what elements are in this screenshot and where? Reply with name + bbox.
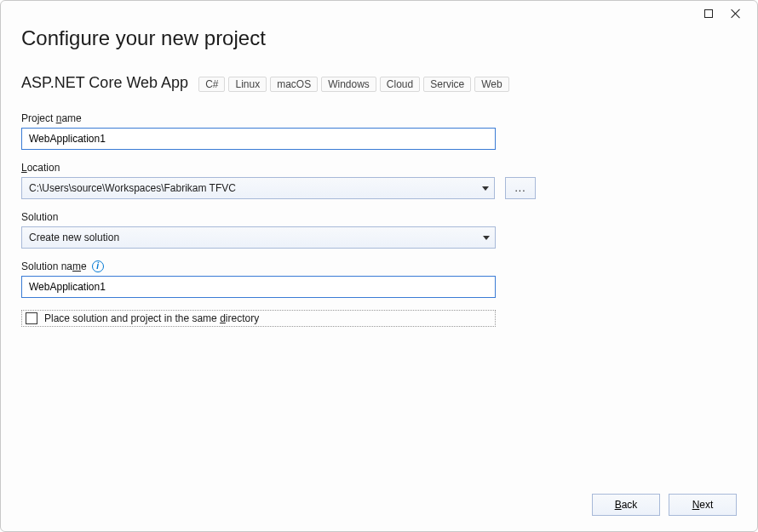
solution-label: Solution [21, 211, 496, 223]
template-name: ASP.NET Core Web App [21, 74, 188, 92]
info-icon[interactable]: i [92, 260, 104, 272]
same-directory-checkbox[interactable] [26, 312, 37, 324]
template-tag: C# [198, 77, 225, 92]
project-name-input[interactable] [21, 128, 496, 150]
solution-combo[interactable]: Create new solution [21, 226, 496, 249]
back-button[interactable]: Back [592, 494, 660, 516]
dialog-window: Configure your new project ASP.NET Core … [0, 0, 758, 532]
maximize-icon [704, 9, 713, 18]
location-value: C:\Users\source\Workspaces\Fabrikam TFVC [29, 182, 236, 194]
template-tag: macOS [270, 77, 318, 92]
location-combo[interactable]: C:\Users\source\Workspaces\Fabrikam TFVC [21, 177, 495, 199]
template-tags: C# Linux macOS Windows Cloud Service Web [198, 77, 509, 92]
maximize-button[interactable] [703, 8, 715, 20]
location-field: Location C:\Users\source\Workspaces\Fabr… [21, 162, 537, 199]
template-tag: Service [423, 77, 471, 92]
solution-name-label: Solution name i [21, 260, 496, 272]
close-icon [731, 9, 741, 19]
footer: Back Next [592, 494, 737, 516]
close-button[interactable] [730, 8, 742, 20]
titlebar [703, 1, 757, 26]
same-directory-label: Place solution and project in the same d… [44, 312, 259, 324]
chevron-down-icon [483, 236, 490, 240]
browse-button[interactable]: ... [505, 177, 536, 199]
page-title: Configure your new project [21, 26, 737, 50]
project-name-label: Project name [21, 112, 496, 124]
chevron-down-icon [482, 186, 489, 191]
project-name-field: Project name [21, 112, 496, 150]
template-tag: Linux [228, 77, 267, 92]
location-label: Location [21, 162, 537, 174]
solution-value: Create new solution [29, 232, 119, 243]
next-button[interactable]: Next [669, 494, 737, 516]
solution-name-field: Solution name i [21, 260, 496, 298]
content-area: Configure your new project ASP.NET Core … [21, 26, 737, 480]
ellipsis-icon: ... [514, 182, 525, 194]
template-tag: Windows [321, 77, 376, 92]
same-directory-row: Place solution and project in the same d… [21, 310, 496, 327]
template-tag: Cloud [380, 77, 420, 92]
solution-name-input[interactable] [21, 276, 496, 298]
solution-field: Solution Create new solution [21, 211, 496, 249]
template-tag: Web [474, 77, 508, 92]
template-row: ASP.NET Core Web App C# Linux macOS Wind… [21, 74, 737, 92]
